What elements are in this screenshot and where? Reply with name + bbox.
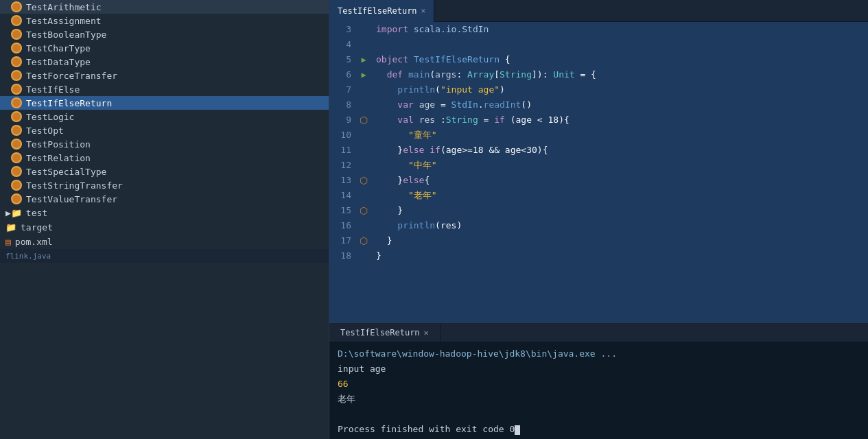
sidebar-item-testrelation[interactable]: TestRelation <box>0 151 329 165</box>
sidebar-item-label: TestStringTransfer <box>26 180 123 191</box>
code-editor[interactable]: 3 4 5 6 7 8 9 10 11 12 13 14 15 16 17 18 <box>329 22 868 322</box>
code-line-10: "童年" <box>371 128 868 143</box>
line-num-12: 12 <box>335 158 351 173</box>
sidebar-item-testvaluetransfer[interactable]: TestValueTransfer <box>0 192 329 206</box>
sidebar-item-label: TestLogic <box>26 112 74 122</box>
kw-object: object <box>376 52 414 67</box>
class-icon <box>11 70 22 81</box>
terminal-tab[interactable]: TestIfElseReturn ✕ <box>329 323 441 342</box>
line-num-14: 14 <box>335 188 351 203</box>
class-icon <box>11 111 22 122</box>
fn-readint: readInt <box>484 97 521 112</box>
class-icon <box>11 180 22 191</box>
sidebar-item-testposition[interactable]: TestPosition <box>0 137 329 151</box>
code-line-15: } <box>371 203 868 218</box>
close-tab-button[interactable]: ✕ <box>421 6 426 15</box>
fn-main: main <box>408 67 430 82</box>
obj-name: TestIfElseReturn <box>414 52 500 67</box>
code-line-7: println("input age") <box>371 82 868 97</box>
code-line-8: var age = StdIn.readInt() <box>371 97 868 112</box>
sidebar-item-label: TestValueTransfer <box>26 194 117 204</box>
class-icon <box>11 139 22 150</box>
sidebar-item-testopt[interactable]: TestOpt <box>0 123 329 137</box>
gutter-9-bookmark: ⬡ <box>357 112 371 128</box>
line-num-17: 17 <box>335 233 351 248</box>
kw-else: else <box>403 143 430 158</box>
line-num-6: 6 <box>335 67 351 82</box>
line-num-13: 13 <box>335 173 351 188</box>
sidebar-item-testassignment[interactable]: TestAssignment <box>0 14 329 27</box>
line-num-11: 11 <box>335 143 351 158</box>
sidebar-item-label: TestBooleanType <box>26 29 106 40</box>
kw-if: if <box>494 112 510 128</box>
var-age: age <box>419 97 435 112</box>
var-res: res <box>419 112 435 128</box>
gutter-6-arrow: ▶ <box>357 67 371 82</box>
sidebar-item-pom-xml[interactable]: ▤ pom.xml <box>0 235 329 249</box>
sidebar-item-testdatatype[interactable]: TestDataType <box>0 55 329 69</box>
class-icon <box>11 125 22 136</box>
sidebar-item-label: TestPosition <box>26 139 91 150</box>
sidebar-item-testforcetransfer[interactable]: TestForceTransfer <box>0 69 329 82</box>
str-old-age: "老年" <box>408 188 437 203</box>
class-icon <box>11 1 22 12</box>
terminal-cmd-line: D:\software\window-hadoop-hive\jdk8\bin\… <box>338 346 860 361</box>
sidebar-item-label: TestForceTransfer <box>26 71 117 81</box>
code-lines[interactable]: import scala.io.StdIn object TestIfElseR… <box>371 22 868 322</box>
sidebar-item-testifelsereturn[interactable]: TestIfElseReturn <box>0 96 329 110</box>
line-num-18: 18 <box>335 248 351 263</box>
gutter-7 <box>357 82 371 97</box>
str-childhood: "童年" <box>408 128 437 143</box>
sidebar-item-testspecialtype[interactable]: TestSpecialType <box>0 165 329 178</box>
terminal-line-number: 66 <box>338 377 860 392</box>
gutter-14 <box>357 188 371 203</box>
sidebar-item-testlogic[interactable]: TestLogic <box>0 110 329 123</box>
sidebar-item-teststringtransfer[interactable]: TestStringTransfer <box>0 178 329 192</box>
sidebar-item-test-folder[interactable]: ▶ 📁 test <box>0 206 329 220</box>
gutter-8 <box>357 97 371 112</box>
sidebar-item-label: TestAssignment <box>26 16 102 26</box>
class-icon <box>11 166 22 177</box>
gutter-16 <box>357 218 371 233</box>
gutter-5-arrow: ▶ <box>357 52 371 67</box>
type-string: String <box>446 112 478 128</box>
arrow-right-icon: ▶ <box>5 208 11 218</box>
class-icon <box>11 193 22 204</box>
code-line-12: "中年" <box>371 158 868 173</box>
sidebar-item-target-folder[interactable]: 📁 target <box>0 220 329 235</box>
obj-stdin: StdIn <box>451 97 478 112</box>
kw-def: def <box>387 67 408 82</box>
line-num-7: 7 <box>335 82 351 97</box>
line-num-9: 9 <box>335 112 351 128</box>
str-input-age: "input age" <box>441 82 500 97</box>
code-line-5: object TestIfElseReturn { <box>371 52 868 67</box>
sidebar-item-label: TestIfElse <box>26 84 80 95</box>
line-numbers: 3 4 5 6 7 8 9 10 11 12 13 14 15 16 17 18 <box>329 22 357 322</box>
folder-label: test <box>26 208 47 218</box>
sidebar-item-label: TestIfElseReturn <box>26 98 112 108</box>
type-unit: Unit <box>553 67 574 82</box>
tab-bar: TestIfElseReturn ✕ <box>329 0 868 22</box>
pom-label: pom.xml <box>15 237 53 247</box>
sidebar-item-testbooleantype[interactable]: TestBooleanType <box>0 27 329 41</box>
sidebar[interactable]: TestArithmetic TestAssignment TestBoolea… <box>0 0 329 439</box>
sidebar-item-testifelse[interactable]: TestIfElse <box>0 82 329 96</box>
sidebar-item-label: TestArithmetic <box>26 2 102 12</box>
line-num-10: 10 <box>335 128 351 143</box>
sidebar-item-testchartype[interactable]: TestCharType <box>0 41 329 55</box>
fn-println2: println <box>397 218 435 233</box>
line-num-4: 4 <box>335 37 351 52</box>
sidebar-item-testarithmetic[interactable]: TestArithmetic <box>0 0 329 14</box>
class-icon <box>11 43 22 54</box>
tab-testifelsereturn[interactable]: TestIfElseReturn ✕ <box>329 0 434 22</box>
terminal-content[interactable]: D:\software\window-hadoop-hive\jdk8\bin\… <box>329 342 868 439</box>
gutter-4 <box>357 37 371 52</box>
fn-println: println <box>397 82 435 97</box>
close-terminal-tab-button[interactable]: ✕ <box>424 328 429 337</box>
gutter-17-bookmark: ⬡ <box>357 233 371 248</box>
kw-else2: else <box>403 173 424 188</box>
gutter-13-bookmark: ⬡ <box>357 173 371 188</box>
code-line-11: }else if(age>=18 && age<30){ <box>371 143 868 158</box>
line-num-3: 3 <box>335 22 351 37</box>
folder-icon: 📁 <box>5 222 16 233</box>
